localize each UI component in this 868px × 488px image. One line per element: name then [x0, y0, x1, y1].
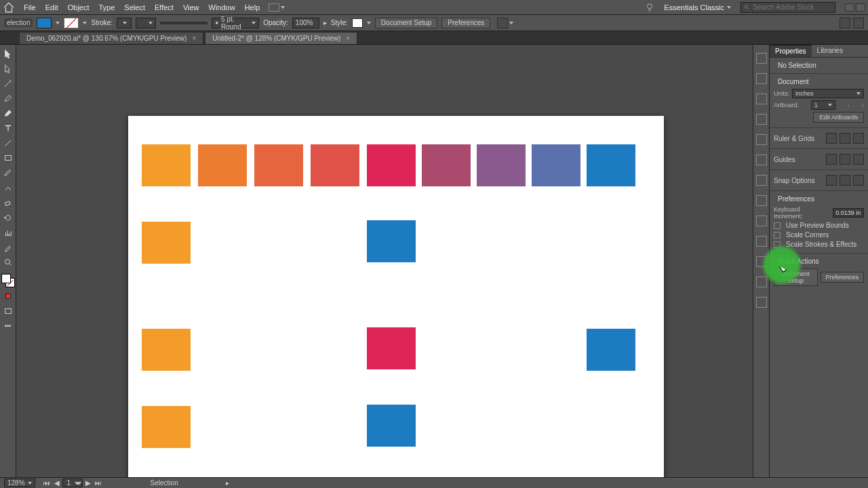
nav-first-icon[interactable]: ⏮ — [42, 479, 52, 487]
artboard-navigation[interactable]: ⏮ ◀ 1 ▶ ⏭ — [42, 479, 103, 487]
units-select[interactable]: Inches — [792, 89, 864, 98]
selection-tool[interactable] — [1, 47, 15, 60]
rotate-tool[interactable] — [1, 211, 15, 224]
transparency-panel-icon[interactable] — [756, 195, 767, 206]
edit-toolbar[interactable]: ••• — [1, 320, 15, 332]
smart-guides-icon[interactable] — [853, 154, 864, 165]
close-icon[interactable]: × — [192, 35, 196, 42]
preferences-button[interactable]: Preferences — [441, 18, 490, 28]
lightbulb-icon[interactable] — [645, 3, 654, 12]
stroke-panel-icon[interactable] — [756, 155, 767, 165]
graph-tool[interactable] — [1, 226, 15, 239]
edit-artboards-button[interactable]: Edit Artboards — [813, 112, 864, 123]
menu-file[interactable]: File — [19, 3, 41, 12]
color-panel-icon[interactable] — [756, 53, 767, 64]
curvature-tool[interactable] — [1, 107, 15, 119]
color-swatch-square[interactable] — [142, 222, 191, 264]
color-guide-panel-icon[interactable] — [756, 73, 767, 84]
pen-tool[interactable] — [1, 92, 15, 104]
layers-panel-icon[interactable] — [756, 256, 767, 267]
canvas[interactable] — [16, 45, 753, 477]
guides-lock-icon[interactable] — [840, 154, 850, 165]
zoom-tool[interactable] — [1, 256, 15, 268]
artboard-next[interactable]: › — [862, 102, 864, 109]
doc-tab-0[interactable]: Demo_062920.ai* @ 130.67% (CMYK/GPU Prev… — [19, 32, 203, 44]
brush-definition[interactable]: ●5 pt. Round — [212, 18, 259, 28]
brush-preview[interactable] — [160, 22, 208, 24]
snap-grid-icon[interactable] — [840, 175, 850, 186]
color-swatch-square[interactable] — [367, 405, 416, 447]
color-swatch-square[interactable] — [198, 144, 247, 186]
doc-tab-1[interactable]: Untitled-2* @ 128% (CMYK/GPU Preview) × — [205, 32, 357, 44]
stock-search-input[interactable] — [753, 3, 832, 11]
color-swatch-square[interactable] — [367, 220, 416, 262]
tab-properties[interactable]: Properties — [770, 45, 812, 57]
ruler-icon[interactable] — [826, 133, 837, 144]
quick-document-setup-button[interactable]: Document Setup — [774, 268, 818, 286]
artboards-panel-icon[interactable] — [756, 297, 767, 308]
rectangle-tool[interactable] — [1, 152, 15, 164]
snap-pixel-icon[interactable] — [853, 175, 864, 186]
menu-window[interactable]: Window — [204, 3, 240, 12]
menu-view[interactable]: View — [178, 3, 204, 12]
menu-object[interactable]: Object — [63, 3, 94, 12]
var-width-profile[interactable] — [136, 18, 156, 28]
gradient-panel-icon[interactable] — [756, 175, 767, 186]
artboard-prev[interactable]: ‹ — [848, 102, 850, 109]
menu-edit[interactable]: Edit — [41, 3, 63, 12]
transparency-grid-icon[interactable] — [853, 133, 864, 144]
color-swatch-square[interactable] — [532, 144, 580, 186]
use-preview-bounds-checkbox[interactable] — [774, 222, 781, 229]
menu-select[interactable]: Select — [119, 3, 150, 12]
document-setup-button[interactable]: Document Setup — [375, 18, 438, 28]
color-swatch-square[interactable] — [587, 329, 635, 371]
align-menu-icon[interactable] — [497, 18, 508, 28]
eraser-tool[interactable] — [1, 197, 15, 209]
swatches-panel-icon[interactable] — [756, 94, 767, 104]
opacity-menu[interactable]: ▸ — [323, 19, 327, 26]
home-icon[interactable] — [3, 1, 15, 14]
minimize-button[interactable] — [845, 3, 854, 12]
graphic-styles-panel-icon[interactable] — [756, 236, 767, 247]
color-swatch-square[interactable] — [311, 144, 359, 186]
zoom-level[interactable]: 128% — [4, 479, 35, 487]
direct-selection-tool[interactable] — [1, 62, 15, 75]
nav-prev-icon[interactable]: ◀ — [53, 479, 61, 487]
snap-point-icon[interactable] — [826, 175, 837, 186]
menu-effect[interactable]: Effect — [150, 3, 178, 12]
artboard-select[interactable]: 1 — [811, 100, 835, 110]
maximize-button[interactable] — [856, 3, 865, 12]
color-swatch-square[interactable] — [142, 406, 191, 448]
brushes-panel-icon[interactable] — [756, 114, 767, 125]
grid-icon[interactable] — [840, 133, 850, 144]
color-swatch-square[interactable] — [142, 329, 191, 371]
appearance-panel-icon[interactable] — [756, 216, 767, 226]
color-swatch-square[interactable] — [587, 144, 635, 186]
status-menu-icon[interactable]: ▸ — [226, 479, 229, 487]
color-swatch-square[interactable] — [254, 144, 303, 186]
paintbrush-tool[interactable] — [1, 167, 15, 179]
scale-strokes-checkbox[interactable] — [774, 241, 781, 248]
type-tool[interactable] — [1, 122, 15, 134]
quick-preferences-button[interactable]: Preferences — [821, 272, 865, 283]
layout-icon-b[interactable] — [853, 18, 864, 28]
opacity-field[interactable]: 100% — [292, 18, 319, 28]
close-icon[interactable]: × — [346, 35, 350, 42]
menu-help[interactable]: Help — [240, 3, 265, 12]
screen-mode[interactable] — [1, 305, 15, 317]
color-swatch-square[interactable] — [142, 144, 191, 186]
nav-last-icon[interactable]: ⏭ — [94, 479, 103, 487]
keyboard-increment-input[interactable]: 0.0139 in — [833, 208, 864, 218]
color-swatch-square[interactable] — [477, 144, 526, 186]
color-swatch-square[interactable] — [367, 327, 416, 369]
layout-icon-a[interactable] — [840, 18, 850, 28]
color-swatch-square[interactable] — [422, 144, 471, 186]
tab-libraries[interactable]: Libraries — [812, 45, 848, 57]
line-tool[interactable] — [1, 137, 15, 149]
asset-export-panel-icon[interactable] — [756, 277, 767, 287]
shaper-tool[interactable] — [1, 182, 15, 194]
eyedropper-tool[interactable] — [1, 241, 15, 253]
color-swatch-square[interactable] — [367, 144, 416, 186]
stock-search[interactable] — [741, 2, 835, 13]
graphic-style-swatch[interactable] — [352, 18, 363, 28]
